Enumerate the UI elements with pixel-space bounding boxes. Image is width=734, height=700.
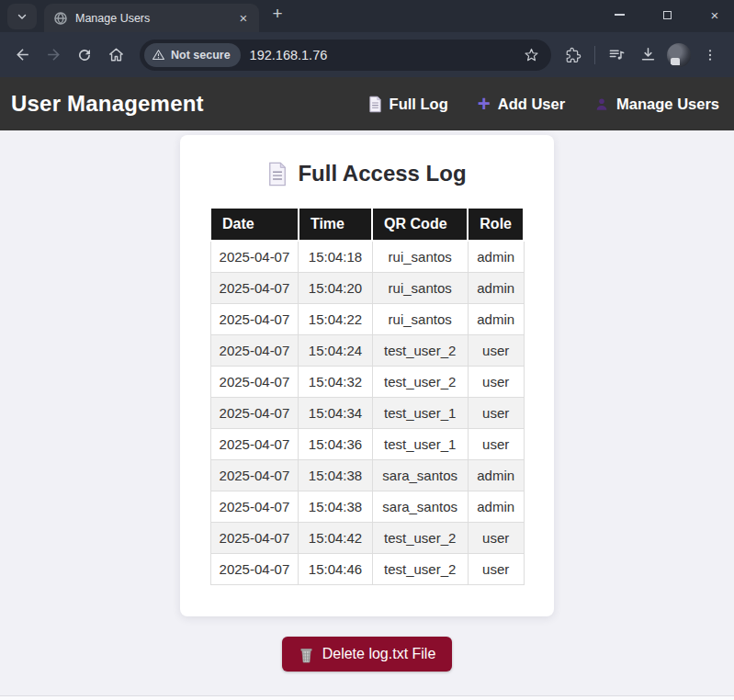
table-cell: rui_santos bbox=[372, 304, 468, 335]
star-icon bbox=[524, 47, 539, 62]
table-row: 2025-04-0715:04:38sara_santosadmin bbox=[210, 460, 524, 491]
table-cell: 2025-04-07 bbox=[210, 335, 299, 367]
window-minimize-button[interactable] bbox=[609, 5, 629, 25]
site-header: User Management Full Log + Add User bbox=[0, 77, 734, 130]
table-cell: admin bbox=[468, 460, 524, 491]
table-cell: 2025-04-07 bbox=[210, 460, 299, 491]
table-cell: 15:04:34 bbox=[299, 398, 372, 429]
new-tab-button[interactable]: + bbox=[265, 2, 290, 28]
address-bar[interactable]: Not secure 192.168.1.76 bbox=[140, 40, 551, 71]
table-cell: admin bbox=[468, 273, 524, 304]
table-cell: 15:04:46 bbox=[299, 554, 372, 585]
table-cell: rui_santos bbox=[372, 273, 468, 304]
table-row: 2025-04-0715:04:20rui_santosadmin bbox=[210, 273, 524, 304]
column-header-role: Role bbox=[468, 208, 524, 241]
delete-log-button[interactable]: Delete log.txt File bbox=[282, 637, 453, 672]
site-nav: Full Log + Add User Manage Users bbox=[368, 96, 719, 113]
nav-item-add-user[interactable]: + Add User bbox=[478, 96, 565, 113]
table-cell: user bbox=[468, 523, 524, 554]
table-cell: user bbox=[468, 398, 524, 429]
profile-avatar[interactable] bbox=[667, 43, 691, 67]
page-content: Full Access Log Date Time QR Code Role 2… bbox=[0, 130, 734, 700]
back-button[interactable] bbox=[7, 40, 37, 70]
bookmark-button[interactable] bbox=[518, 42, 544, 68]
delete-button-label: Delete log.txt File bbox=[322, 646, 436, 662]
table-cell: 15:04:42 bbox=[299, 523, 372, 554]
media-queue-icon bbox=[608, 46, 626, 63]
table-row: 2025-04-0715:04:22rui_santosadmin bbox=[210, 304, 524, 335]
table-row: 2025-04-0715:04:18rui_santosadmin bbox=[210, 241, 524, 273]
access-log-table: Date Time QR Code Role 2025-04-0715:04:1… bbox=[209, 207, 525, 585]
table-body: 2025-04-0715:04:18rui_santosadmin2025-04… bbox=[210, 241, 524, 585]
access-log-card: Full Access Log Date Time QR Code Role 2… bbox=[180, 135, 554, 616]
reload-icon bbox=[76, 47, 93, 63]
table-cell: admin bbox=[468, 491, 524, 523]
table-cell: 2025-04-07 bbox=[210, 304, 299, 335]
browser-toolbar: Not secure 192.168.1.76 bbox=[0, 32, 734, 77]
table-cell: user bbox=[468, 429, 524, 460]
browser-menu-button[interactable] bbox=[695, 40, 725, 70]
card-title-text: Full Access Log bbox=[298, 161, 466, 186]
tab-close-icon[interactable]: × bbox=[235, 10, 252, 27]
table-row: 2025-04-0715:04:34test_user_1user bbox=[210, 398, 524, 429]
downloads-button[interactable] bbox=[633, 40, 662, 70]
table-header-row: Date Time QR Code Role bbox=[210, 208, 524, 241]
browser-tab-manage-users[interactable]: Manage Users × bbox=[44, 4, 259, 32]
table-cell: 15:04:24 bbox=[299, 335, 372, 367]
minimize-icon bbox=[615, 14, 625, 16]
table-row: 2025-04-0715:04:42test_user_2user bbox=[210, 523, 524, 554]
table-cell: 2025-04-07 bbox=[210, 429, 299, 460]
table-row: 2025-04-0715:04:38sara_santosadmin bbox=[210, 491, 524, 523]
table-cell: admin bbox=[468, 304, 524, 335]
window-maximize-button[interactable] bbox=[657, 5, 677, 25]
table-row: 2025-04-0715:04:46test_user_2user bbox=[210, 554, 524, 585]
table-cell: sara_santos bbox=[372, 491, 468, 523]
forward-button[interactable] bbox=[39, 40, 68, 70]
window-close-button[interactable]: × bbox=[705, 5, 725, 25]
table-cell: test_user_1 bbox=[372, 429, 468, 460]
tab-search-button[interactable] bbox=[7, 4, 37, 29]
globe-favicon-icon bbox=[53, 11, 68, 26]
table-cell: 2025-04-07 bbox=[210, 241, 299, 273]
table-row: 2025-04-0715:04:32test_user_2user bbox=[210, 367, 524, 398]
card-title: Full Access Log bbox=[209, 161, 525, 186]
table-cell: 15:04:22 bbox=[299, 304, 372, 335]
page-title: User Management bbox=[11, 91, 204, 117]
table-cell: 15:04:20 bbox=[299, 273, 372, 304]
table-cell: rui_santos bbox=[372, 241, 468, 273]
table-cell: user bbox=[468, 335, 524, 367]
table-cell: test_user_2 bbox=[372, 523, 468, 554]
nav-item-manage-users[interactable]: Manage Users bbox=[594, 96, 719, 113]
home-icon bbox=[107, 46, 125, 63]
reload-button[interactable] bbox=[70, 40, 99, 70]
document-icon bbox=[368, 96, 382, 113]
home-button[interactable] bbox=[101, 40, 130, 70]
chevron-down-icon bbox=[16, 10, 28, 23]
table-cell: 15:04:38 bbox=[299, 491, 372, 523]
warning-triangle-icon bbox=[152, 48, 165, 62]
nav-item-label: Full Log bbox=[390, 96, 448, 113]
table-cell: admin bbox=[468, 241, 524, 273]
table-cell: 2025-04-07 bbox=[210, 367, 299, 398]
table-cell: 15:04:36 bbox=[299, 429, 372, 460]
column-header-date: Date bbox=[210, 208, 299, 241]
table-cell: 15:04:18 bbox=[299, 241, 372, 273]
column-header-time: Time bbox=[299, 208, 372, 241]
table-cell: test_user_1 bbox=[372, 398, 468, 429]
table-cell: 2025-04-07 bbox=[210, 491, 299, 523]
not-secure-badge[interactable]: Not secure bbox=[144, 43, 241, 67]
extensions-button[interactable] bbox=[559, 40, 588, 70]
table-cell: 2025-04-07 bbox=[210, 523, 299, 554]
media-controls-button[interactable] bbox=[602, 40, 631, 70]
nav-item-label: Add User bbox=[498, 96, 565, 113]
window-controls: × bbox=[609, 0, 725, 29]
plus-icon: + bbox=[478, 96, 491, 112]
tab-strip: Manage Users × + × bbox=[0, 0, 734, 32]
download-icon bbox=[639, 46, 657, 63]
table-row: 2025-04-0715:04:24test_user_2user bbox=[210, 335, 524, 367]
nav-item-label: Manage Users bbox=[616, 96, 719, 113]
trash-icon bbox=[299, 646, 314, 663]
table-cell: 15:04:32 bbox=[299, 367, 372, 398]
table-cell: test_user_2 bbox=[372, 335, 468, 367]
nav-item-full-log[interactable]: Full Log bbox=[368, 96, 448, 113]
